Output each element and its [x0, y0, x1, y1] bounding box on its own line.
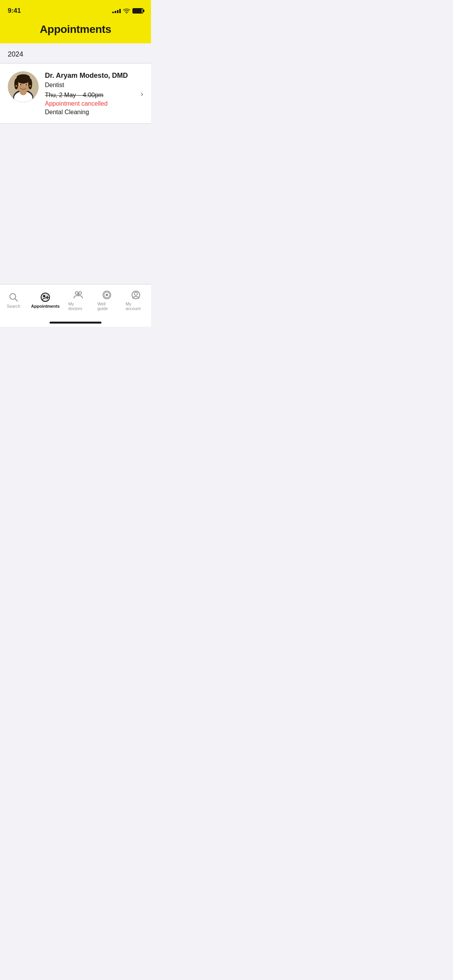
- nav-label-account: My account: [125, 302, 146, 311]
- nav-item-appointments[interactable]: Appointments: [27, 291, 63, 310]
- nav-label-wellguide: Well guide: [98, 302, 117, 311]
- nav-label-appointments: Appointments: [31, 304, 60, 308]
- appointment-datetime: Thu, 2 May – 4:00pm: [45, 92, 143, 99]
- appointment-card[interactable]: Dr. Aryam Modesto, DMD Dentist Thu, 2 Ma…: [0, 63, 151, 123]
- doctor-specialty: Dentist: [45, 82, 143, 89]
- nav-item-doctors[interactable]: My doctors: [63, 288, 93, 312]
- status-time: 9:41: [8, 7, 21, 15]
- svg-point-31: [134, 292, 137, 295]
- content-area: 2024: [0, 43, 151, 284]
- svg-point-15: [29, 85, 31, 87]
- nav-label-search: Search: [7, 304, 21, 308]
- svg-point-12: [20, 84, 22, 86]
- year-label: 2024: [0, 43, 151, 63]
- status-bar: 9:41: [0, 0, 151, 19]
- svg-point-14: [15, 85, 17, 87]
- svg-line-17: [15, 299, 18, 302]
- svg-point-7: [14, 79, 18, 89]
- signal-icon: [112, 9, 121, 13]
- page-header: Appointments: [0, 19, 151, 43]
- doctor-image: [8, 71, 39, 102]
- nav-item-account[interactable]: My account: [121, 288, 151, 312]
- doctor-name: Dr. Aryam Modesto, DMD: [45, 71, 143, 80]
- chevron-right-icon[interactable]: ›: [141, 89, 143, 98]
- home-indicator: [50, 322, 101, 324]
- appointment-info: Dr. Aryam Modesto, DMD Dentist Thu, 2 Ma…: [45, 71, 143, 116]
- svg-point-8: [28, 79, 32, 89]
- battery-icon: [132, 8, 143, 14]
- svg-point-23: [76, 292, 78, 295]
- page-title: Appointments: [8, 23, 143, 36]
- nav-item-wellguide[interactable]: Well guide: [93, 288, 121, 312]
- svg-point-9: [17, 74, 30, 81]
- nav-label-doctors: My doctors: [68, 302, 88, 311]
- appointment-type: Dental Cleaning: [45, 109, 143, 116]
- account-icon: [131, 290, 141, 300]
- status-icons: [112, 8, 143, 14]
- appointment-status: Appointment cancelled: [45, 100, 143, 107]
- svg-point-0: [126, 13, 127, 14]
- doctor-avatar: [8, 71, 39, 102]
- appointments-icon: [40, 292, 50, 302]
- svg-point-24: [79, 292, 82, 295]
- svg-point-20: [43, 295, 45, 297]
- svg-point-29: [106, 294, 108, 296]
- wifi-icon: [123, 8, 130, 14]
- doctors-icon: [73, 290, 83, 300]
- search-icon: [9, 292, 19, 302]
- home-indicator-container: [0, 320, 151, 327]
- empty-content: [0, 124, 151, 279]
- nav-item-search[interactable]: Search: [0, 291, 27, 310]
- bottom-nav: Search Appointments My doctors: [0, 284, 151, 320]
- svg-point-13: [26, 84, 27, 86]
- wellguide-icon: [102, 290, 112, 300]
